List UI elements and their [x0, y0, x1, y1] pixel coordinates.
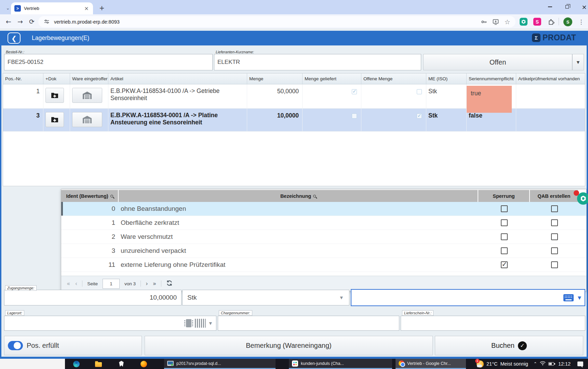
col-pos-nr[interactable]: Pos.-Nr. — [3, 73, 43, 84]
dropdown-arrow-icon[interactable]: ▼ — [340, 296, 343, 300]
lieferanten-field[interactable]: ELEKTR — [214, 54, 421, 70]
mask-app-icon[interactable] — [118, 360, 125, 368]
taskbar-button-sql[interactable]: p2017srv.prodat-sql.d... — [164, 359, 276, 369]
sperrung-checkbox[interactable] — [501, 205, 508, 212]
menge-geliefert-checkbox[interactable] — [352, 89, 357, 94]
install-app-icon[interactable] — [492, 18, 500, 26]
bestell-nr-field[interactable]: FBE25-00152 — [4, 54, 213, 70]
sperrung-checkbox[interactable] — [501, 247, 508, 254]
extensions-puzzle-icon[interactable] — [547, 18, 555, 26]
notification-center-icon[interactable] — [577, 361, 583, 366]
seriennummer-field[interactable]: ▼ — [351, 289, 585, 306]
qab-checkbox[interactable] — [551, 247, 558, 254]
file-explorer-icon[interactable] — [95, 360, 102, 368]
pos-erfuellt-toggle[interactable] — [8, 341, 23, 350]
browser-menu-icon[interactable]: ⋮ — [578, 17, 585, 27]
status-dropdown-arrow-icon[interactable]: ▼ — [572, 54, 584, 70]
weather-text[interactable]: Meist sonnig — [500, 361, 528, 367]
col-dok[interactable]: +Dok — [43, 73, 70, 84]
keyboard-icon[interactable] — [563, 294, 574, 301]
col-ident[interactable]: Ident (Bewertung) — [61, 190, 118, 202]
offene-menge-checkbox[interactable] — [417, 113, 422, 119]
col-me-iso[interactable]: ME (ISO) — [426, 73, 467, 84]
zugangsmenge-field[interactable]: 10,00000 — [4, 290, 182, 305]
sperrung-checkbox[interactable] — [501, 233, 508, 240]
table-row-selected[interactable]: 3 E.B.PKW.A-1168534-0001 /A -> Platine A… — [3, 109, 585, 132]
barcode-icon[interactable] — [195, 319, 206, 328]
col-seriennummernpflicht[interactable]: Seriennummernpflicht — [467, 73, 516, 84]
sperrung-checkbox[interactable] — [501, 261, 508, 268]
col-artikel[interactable]: Artikel — [108, 73, 247, 84]
lagerort-field[interactable]: ▼ — [4, 316, 216, 331]
extension-s-icon[interactable]: S — [533, 18, 541, 26]
window-minimize-button[interactable] — [542, 0, 558, 14]
back-nav-icon[interactable]: ← — [3, 16, 14, 27]
bookmark-star-icon[interactable]: ☆ — [503, 18, 511, 26]
tray-chevron-icon[interactable]: ⌃ — [534, 361, 537, 366]
table-row[interactable]: 1 E.B.PKW.A-1168534-0100 /A -> Getriebe … — [3, 84, 585, 109]
sperrung-checkbox[interactable] — [501, 219, 508, 226]
buchen-button[interactable]: Buchen ✓ — [435, 336, 583, 355]
bewertung-row[interactable]: 1 Oberfläche zerkratzt — [61, 216, 586, 230]
bewertung-row[interactable]: 2 Ware verschmutzt — [61, 230, 586, 244]
next-page-icon[interactable]: › — [146, 280, 148, 287]
menge-geliefert-checkbox[interactable] — [352, 113, 357, 119]
qab-checkbox[interactable] — [551, 261, 558, 268]
lieferschein-field[interactable] — [401, 316, 585, 331]
site-settings-icon[interactable] — [42, 18, 51, 26]
ware-eingetroffen-button[interactable] — [72, 88, 102, 103]
col-sperrung[interactable]: Sperrung — [478, 190, 529, 202]
forward-nav-icon[interactable]: → — [15, 16, 25, 27]
last-page-icon[interactable]: » — [153, 280, 156, 287]
bemerkung-button[interactable]: Bemerkung (Wareneingang) — [145, 336, 433, 355]
col-bezeichnung[interactable]: Bezeichnung — [119, 190, 478, 202]
tab-close-icon[interactable]: × — [83, 5, 90, 12]
dropdown-arrow-icon[interactable]: ▼ — [578, 295, 581, 300]
url-text[interactable]: vertrieb.m.prodat-erp.de:8093 — [54, 19, 477, 25]
window-restore-button[interactable] — [559, 0, 575, 14]
bewertung-row-selected[interactable]: 0 ohne Beanstandungen — [61, 202, 586, 216]
col-menge[interactable]: Menge — [247, 73, 303, 84]
qab-checkbox[interactable] — [551, 219, 558, 226]
first-page-icon[interactable]: « — [67, 280, 70, 287]
address-bar[interactable]: vertrieb.m.prodat-erp.de:8093 ☆ — [38, 16, 516, 27]
offene-menge-checkbox[interactable] — [417, 89, 422, 94]
browser-tab[interactable]: > Vertrieb × — [11, 2, 93, 14]
extension-hexagon-icon[interactable] — [520, 18, 527, 26]
profile-avatar[interactable]: S — [563, 17, 572, 26]
clock[interactable]: 12:12 — [558, 361, 571, 367]
col-menge-geliefert[interactable]: Menge geliefert — [303, 73, 361, 84]
chargennummer-field[interactable] — [218, 316, 399, 331]
refresh-icon[interactable] — [166, 280, 173, 288]
edge-icon[interactable] — [72, 360, 80, 368]
page-number-input[interactable] — [103, 279, 120, 289]
search-icon[interactable] — [110, 195, 113, 197]
dropdown-arrow-icon[interactable]: ▼ — [209, 321, 212, 326]
search-icon[interactable] — [313, 195, 316, 197]
bewertung-row[interactable]: 3 unzureichend verpackt — [61, 244, 586, 258]
qab-checkbox[interactable] — [551, 233, 558, 240]
ware-eingetroffen-button[interactable] — [72, 112, 102, 127]
prev-page-icon[interactable]: ‹ — [75, 280, 77, 287]
col-qab-erstellen[interactable]: QAB erstellen — [530, 190, 578, 202]
chip-icon[interactable] — [186, 319, 191, 327]
col-artikelpruefmerkmal[interactable]: Artikelprüfmerkmal vorhanden — [516, 73, 585, 84]
weather-icon[interactable]: 1 — [477, 360, 484, 368]
add-document-button[interactable] — [45, 112, 64, 127]
col-ware-eingetroffen[interactable]: Ware eingetroffer — [70, 73, 108, 84]
wifi-icon[interactable] — [540, 361, 546, 367]
window-close-button[interactable]: × — [576, 0, 588, 14]
taskbar-search-box[interactable] — [0, 359, 65, 369]
password-key-icon[interactable] — [480, 18, 488, 26]
reload-icon[interactable]: ⟳ — [27, 16, 37, 27]
add-document-button[interactable] — [45, 88, 64, 103]
taskbar-button-chrome[interactable]: Vertrieb - Google Chr... — [396, 359, 466, 369]
back-button[interactable]: ❮ — [8, 32, 21, 44]
new-tab-button[interactable]: + — [97, 3, 107, 13]
taskbar-button-slack[interactable]: kunden-junduls (Cha... — [289, 359, 392, 369]
bewertung-row[interactable]: 11 externe Lieferung ohne Prüfzertifikat — [61, 258, 586, 272]
qab-checkbox[interactable] — [551, 205, 558, 212]
status-dropdown[interactable]: Offen — [423, 54, 572, 70]
einheit-dropdown[interactable]: Stk ▼ — [182, 290, 349, 305]
temperature-text[interactable]: 21°C — [486, 361, 497, 367]
